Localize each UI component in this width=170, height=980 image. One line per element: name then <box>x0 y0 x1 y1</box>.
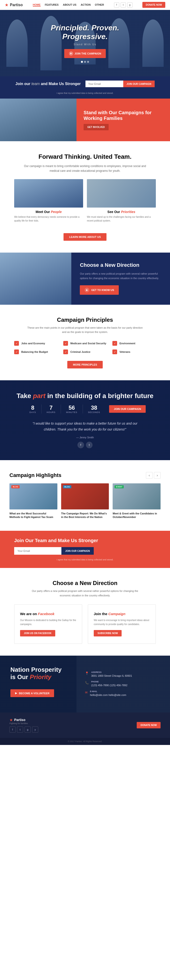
highlights-nav: ‹ › <box>146 472 161 479</box>
join-campaign-hero-button[interactable]: ▶ Join The Campaign <box>64 49 106 58</box>
hero-section: Principled. Proven. Progressive. Stand W… <box>0 10 170 76</box>
testimonial-author: — Jenny Smith <box>28 436 142 439</box>
dot-2[interactable] <box>84 61 86 63</box>
footer-youtube-icon[interactable]: y <box>32 727 38 733</box>
highlight-card-3-image: Event <box>113 484 161 509</box>
take-part-section: Take part in the building of a brighter … <box>0 380 170 460</box>
stand-image <box>0 99 77 141</box>
direction-body: Our party offers a new political program… <box>80 272 162 280</box>
forward-card-2-image <box>87 179 156 208</box>
check-icon-2: ✓ <box>63 341 68 346</box>
principle-2: ✓ Medicare and Social Security <box>63 341 107 346</box>
direction-heading: Choose a New Direction <box>80 262 162 268</box>
nav-action[interactable]: Action <box>81 3 91 6</box>
join-email-input[interactable] <box>85 81 123 87</box>
contact-phone: Phone (123) 456-7890 (125) 456-7892 <box>91 681 128 687</box>
footer-logo: ★ Partiso <box>9 718 38 722</box>
highlight-card-3-title: Meet & Greet with the Candidates in Octo… <box>113 512 161 519</box>
forward-heading: Forward Thinking. United Team. <box>14 153 156 161</box>
nav-other[interactable]: Other <box>95 3 104 6</box>
principles-body: These are the main points in our politic… <box>26 326 144 334</box>
footer: ★ Partiso Fighting for families f t g y … <box>0 713 170 738</box>
principle-4: ✓ Balancing the Budget <box>14 350 58 354</box>
volunteer-button[interactable]: ▶ Become a Volunteer <box>10 689 54 697</box>
principle-5-label: Criminal Justice <box>70 350 90 353</box>
principle-1-label: Jobs and Economy <box>21 342 45 345</box>
join-bar-text: Join our team and Make Us Stronger <box>15 82 81 86</box>
counter-hours: 7 Hours <box>42 404 61 414</box>
nav-features[interactable]: Features <box>45 3 58 6</box>
nation-left: Nation Prosperity is Our Priority ▶ Beco… <box>0 655 77 713</box>
join-red-email-input[interactable] <box>14 547 61 555</box>
nav-about[interactable]: About Us <box>63 3 76 6</box>
highlight-card-2-title: The Campaign Report: We Do What's in the… <box>61 512 109 519</box>
direction2-card-1: We are on Facebook Our Mission is dedica… <box>14 605 82 644</box>
join-red-submit-button[interactable]: Join Our Campaign <box>61 547 94 555</box>
dot-1[interactable] <box>81 61 83 63</box>
contact-email: E-Mail hello@site.com hello@site.com <box>90 690 126 697</box>
direction2-card-1-title: We are on Facebook <box>20 612 76 616</box>
counter-seconds-label: Seconds <box>88 411 100 414</box>
twitter-icon[interactable]: t <box>121 2 126 8</box>
facebook-icon[interactable]: f <box>114 2 119 8</box>
principles-button[interactable]: More Principles <box>67 361 103 368</box>
highlight-badge-1: Blog <box>11 485 20 488</box>
take-part-button[interactable]: Join Our Campaign <box>109 405 146 413</box>
highlights-heading: Campaign Highlights <box>9 472 61 478</box>
dot-3[interactable] <box>87 61 89 63</box>
forward-card-1: Meet Our People We believe that every de… <box>14 179 83 228</box>
footer-twitter-icon[interactable]: t <box>17 727 23 733</box>
phone-icon: 📞 <box>85 681 89 684</box>
direction2-card-1-button[interactable]: Join Us On Facebook <box>20 630 55 636</box>
footer-donate-button[interactable]: Donate Now <box>137 722 161 729</box>
logo-star-icon: ★ <box>5 2 8 8</box>
check-icon-1: ✓ <box>14 341 19 346</box>
direction-section: Choose a New Direction Our party offers … <box>0 253 170 305</box>
nation-right: 📍 Address 3001 1800 Street Chicago IL 60… <box>77 655 170 713</box>
counter-days-num: 8 <box>31 404 34 411</box>
direction2-card-2-body: We want to encourage to bring important … <box>94 618 150 626</box>
testimonial-block: "I would like to support your ideas to m… <box>28 421 142 448</box>
nation-heading: Nation Prosperity is Our Priority <box>10 666 66 681</box>
counter-minutes-label: Minutes <box>66 411 77 414</box>
stand-button[interactable]: Get Involved <box>83 124 109 130</box>
testimonial-facebook-icon[interactable]: f <box>77 442 84 448</box>
contact-address: Address 3001 1800 Street Chicago IL 6060… <box>91 671 132 678</box>
footer-google-icon[interactable]: g <box>25 727 31 733</box>
principle-5: ✓ Criminal Justice <box>63 350 107 354</box>
join-submit-button[interactable]: Join Our Campaign <box>123 81 155 87</box>
join-bar-note: I agree that my submitted data is being … <box>9 92 161 94</box>
hero-dots <box>81 61 89 63</box>
google-icon[interactable]: g <box>127 2 132 8</box>
direction2-card-2-button[interactable]: Subscribe Now <box>94 630 121 636</box>
know-button[interactable]: ▶ Get to know us <box>80 285 119 295</box>
principle-3: ✓ Environment <box>112 341 156 346</box>
testimonial-social: f t <box>28 442 142 448</box>
hero-person-1 <box>6 19 28 67</box>
join-search-form: Join Our Campaign <box>85 81 155 87</box>
highlights-section: Campaign Highlights ‹ › Blog What are th… <box>0 460 170 531</box>
forward-card-2-body: We must stand up to the challenges facin… <box>87 215 156 223</box>
principles-heading: Campaign Principles <box>14 317 156 323</box>
play-icon: ▶ <box>69 51 73 56</box>
counter-days-label: Days <box>30 411 36 414</box>
highlight-card-2-image: Blog <box>61 484 109 509</box>
learn-more-button[interactable]: Learn More About Us <box>63 233 107 241</box>
testimonial-twitter-icon[interactable]: t <box>86 442 93 448</box>
footer-star-icon: ★ <box>9 718 13 722</box>
forward-card-1-title: Meet Our People <box>14 210 83 214</box>
highlights-next-button[interactable]: › <box>154 472 161 479</box>
donate-button[interactable]: Donate Now <box>142 2 165 8</box>
highlights-prev-button[interactable]: ‹ <box>146 472 153 479</box>
nav-home[interactable]: Home <box>33 3 41 6</box>
join-red-section: Join Our Team and Make Us Stronger Join … <box>0 531 170 568</box>
counter-seconds: 38 Seconds <box>83 404 105 414</box>
email-icon: ✉ <box>85 691 88 694</box>
hero-person-5 <box>142 19 164 67</box>
footer-facebook-icon[interactable]: f <box>9 727 16 733</box>
testimonial-quote: "I would like to support your ideas to m… <box>28 421 142 433</box>
contact-address-row: 📍 Address 3001 1800 Street Chicago IL 60… <box>85 671 162 678</box>
navbar: ★ Partiso Home Features About Us Action … <box>0 0 170 10</box>
navbar-social: f t g <box>114 2 132 8</box>
footer-tagline: Fighting for families <box>9 722 38 725</box>
